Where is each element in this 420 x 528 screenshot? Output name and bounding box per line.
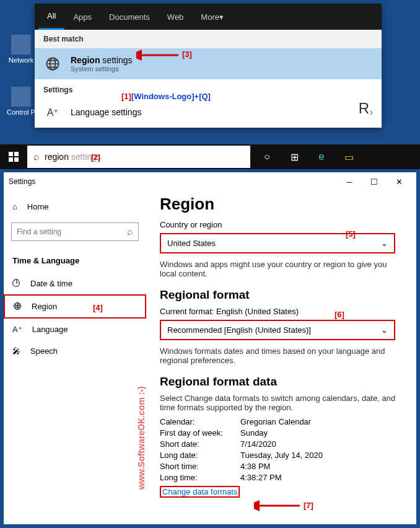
annotation-2: [2]	[91, 153, 100, 162]
minimize-button[interactable]: ─	[337, 172, 362, 191]
language-icon: A⁺	[12, 325, 22, 334]
arrow-icon	[136, 48, 180, 62]
search-input[interactable]: region settings	[45, 152, 244, 162]
titlebar[interactable]: Settings ─ ☐ ✕	[4, 172, 416, 191]
globe-icon	[43, 55, 62, 73]
desktop-icon-network[interactable]: Network	[2, 35, 40, 64]
taskbar-search-box[interactable]: ⌕ region settings	[27, 146, 250, 168]
controlpanel-icon	[11, 87, 31, 107]
annotation-4: [4]	[93, 303, 103, 312]
taskbar: ⌕ region settings ○ ⊞ e ▭	[0, 144, 420, 169]
annotation-6: [6]	[335, 310, 344, 319]
annotation-3: [3]	[182, 50, 192, 59]
find-setting-box[interactable]: ⌕	[11, 222, 139, 241]
watermark: www.SoftwareOK.com :-)	[136, 386, 146, 490]
grid-value: 4:38 PM	[240, 462, 403, 471]
section-title: Regional format data	[160, 375, 403, 389]
result-region-settings[interactable]: Region settings System settings	[35, 48, 382, 79]
search-tab-more[interactable]: More ▾	[192, 4, 232, 30]
find-setting-input[interactable]	[17, 227, 127, 236]
language-icon: A⁺	[43, 103, 62, 121]
annotation-5: [5]	[346, 229, 356, 239]
help-text: Windows formats dates and times based on…	[160, 346, 403, 365]
globe-icon: 🌐︎	[14, 302, 22, 311]
sidebar-item-label: Region	[32, 302, 57, 311]
grid-label: Long time:	[160, 473, 240, 482]
settings-sidebar: ⌂ Home ⌕ Time & Language 🕒︎ Date & time …	[4, 191, 146, 524]
change-data-formats-link[interactable]: Change data formats	[160, 486, 240, 498]
country-dropdown[interactable]: United States ⌄	[160, 233, 395, 253]
sidebar-item-label: Date & time	[30, 279, 72, 288]
search-tab-documents[interactable]: Documents	[100, 4, 159, 30]
svg-rect-6	[14, 157, 19, 162]
windows-logo-icon	[9, 152, 19, 162]
desktop-icon-label: Network	[2, 56, 40, 64]
section-title: Regional format	[160, 288, 403, 302]
maximize-button[interactable]: ☐	[362, 172, 387, 191]
search-tab-apps[interactable]: Apps	[64, 4, 100, 30]
search-panel: All Apps Documents Web More ▾ Best match…	[35, 4, 382, 128]
dropdown-value: United States	[167, 239, 216, 248]
chevron-right-icon: ›	[370, 107, 373, 118]
close-button[interactable]: ✕	[387, 172, 411, 191]
settings-content: Region Country or region United States ⌄…	[146, 191, 416, 524]
svg-rect-4	[14, 152, 19, 156]
sidebar-item-label: Home	[27, 202, 49, 211]
taskview-icon[interactable]: ⊞	[281, 144, 307, 169]
desktop-icon-controlpanel[interactable]: Control P	[2, 87, 40, 116]
result-language-settings[interactable]: A⁺ Language settings ›	[35, 97, 382, 128]
grid-value: Tuesday, July 14, 2020	[240, 451, 403, 460]
sidebar-item-speech[interactable]: 🎤︎ Speech	[4, 340, 146, 362]
sidebar-item-datetime[interactable]: 🕒︎ Date & time	[4, 273, 146, 294]
mic-icon: 🎤︎	[12, 346, 20, 356]
search-tab-web[interactable]: Web	[159, 4, 193, 30]
preview-letter: R	[359, 100, 369, 117]
format-dropdown[interactable]: Recommended [English (United States)] ⌄	[160, 320, 395, 340]
field-label: Current format: English (United States)	[160, 307, 403, 316]
start-button[interactable]	[0, 144, 27, 169]
network-icon	[11, 35, 31, 55]
home-icon: ⌂	[12, 202, 17, 211]
svg-rect-5	[9, 157, 13, 162]
help-text: Windows and apps might use your country …	[160, 260, 403, 278]
help-text: Select Change data formats to switch amo…	[160, 394, 403, 412]
result-title: Region settings	[71, 55, 373, 65]
sidebar-item-region[interactable]: 🌐︎ Region	[4, 294, 146, 319]
chevron-down-icon: ⌄	[381, 239, 388, 248]
search-tab-all[interactable]: All	[38, 4, 64, 30]
result-title: Language settings	[71, 107, 361, 117]
field-label: Country or region	[160, 220, 403, 229]
arrow-icon	[254, 499, 301, 512]
sidebar-item-language[interactable]: A⁺ Language	[4, 319, 146, 340]
search-icon: ⌕	[127, 226, 133, 237]
best-match-header: Best match	[35, 30, 382, 48]
grid-label: First day of week:	[160, 428, 240, 438]
format-data-grid: Calendar:Gregorian Calendar First day of…	[160, 417, 403, 482]
grid-label: Short date:	[160, 439, 240, 449]
page-title: Region	[160, 195, 403, 214]
sidebar-home[interactable]: ⌂ Home	[4, 196, 146, 218]
search-icon: ⌕	[33, 151, 40, 162]
edge-icon[interactable]: e	[308, 144, 335, 169]
dropdown-value: Recommended [English (United States)]	[167, 325, 311, 335]
window-title: Settings	[9, 177, 337, 186]
grid-value: Sunday	[240, 428, 403, 438]
grid-label: Calendar:	[160, 417, 240, 426]
grid-value: 7/14/2020	[240, 439, 403, 449]
grid-value: 4:38:27 PM	[240, 473, 403, 482]
settings-window: Settings ─ ☐ ✕ ⌂ Home ⌕ Time & Language …	[4, 172, 416, 524]
explorer-icon[interactable]: ▭	[336, 144, 362, 169]
cortana-icon[interactable]: ○	[254, 144, 280, 169]
search-tabs: All Apps Documents Web More ▾	[35, 4, 382, 30]
annotation-1: [1][Windows-Logo]+[Q]	[121, 92, 211, 101]
result-subtitle: System settings	[71, 65, 373, 73]
desktop-icon-label: Control P	[2, 108, 40, 116]
svg-rect-3	[9, 152, 13, 156]
clock-icon: 🕒︎	[12, 279, 20, 288]
annotation-7: [7]	[304, 501, 313, 510]
sidebar-item-label: Speech	[30, 346, 58, 356]
sidebar-category: Time & Language	[4, 251, 146, 273]
grid-label: Long date:	[160, 451, 240, 460]
result-text: Region settings System settings	[71, 55, 373, 73]
grid-label: Short time:	[160, 462, 240, 471]
